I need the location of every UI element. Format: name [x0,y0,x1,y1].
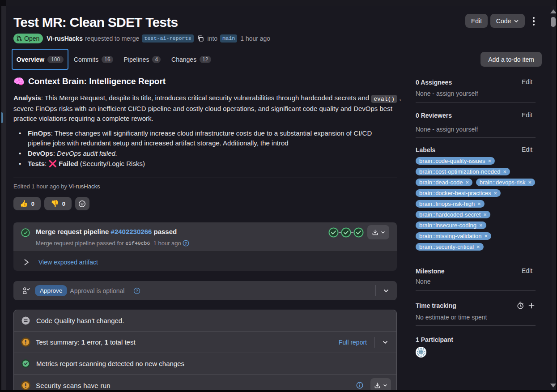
svg-text:?: ? [185,241,187,246]
svg-text:?: ? [136,289,139,293]
